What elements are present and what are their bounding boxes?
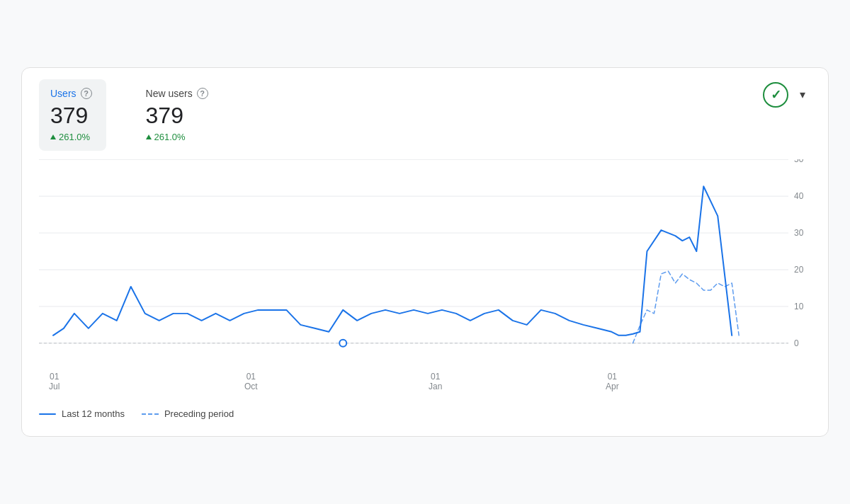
users-change-value: 261.0% (59, 132, 90, 142)
new-users-help-icon[interactable]: ? (197, 88, 208, 99)
solid-chart-line (53, 186, 732, 336)
legend-solid-label: Last 12 months (62, 408, 125, 419)
svg-text:30: 30 (794, 228, 804, 238)
legend-solid-item: Last 12 months (39, 408, 125, 419)
users-label: Users (50, 88, 76, 99)
x-month-apr: Apr (606, 382, 619, 391)
x-month-jul: Jul (49, 382, 60, 391)
x-day-jan: 01 (429, 372, 442, 382)
users-label-row: Users ? (50, 88, 92, 99)
legend-dashed-label: Preceding period (164, 408, 234, 419)
new-users-change: 261.0% (146, 132, 208, 142)
x-day-oct: 01 (244, 372, 258, 382)
new-users-label: New users (146, 88, 193, 99)
x-day-jul: 01 (49, 372, 60, 382)
check-icon: ✓ (771, 87, 781, 103)
svg-text:10: 10 (794, 302, 804, 311)
chart-legend: Last 12 months Preceding period (22, 397, 828, 419)
metrics-row: Users ? 379 261.0% New users ? 379 261.0… (22, 68, 828, 159)
x-label-oct: 01 Oct (244, 372, 258, 391)
users-value: 379 (50, 102, 92, 129)
new-users-metric[interactable]: New users ? 379 261.0% (135, 79, 222, 151)
users-metric[interactable]: Users ? 379 261.0% (39, 79, 106, 151)
top-controls: ✓ ▾ (763, 82, 814, 108)
dropdown-button[interactable]: ▾ (791, 82, 814, 108)
x-month-jan: Jan (429, 382, 442, 391)
svg-text:40: 40 (794, 191, 804, 201)
new-users-label-row: New users ? (146, 88, 208, 99)
x-label-jul: 01 Jul (49, 372, 60, 391)
zero-marker (339, 340, 346, 347)
legend-dashed-item: Preceding period (142, 408, 234, 419)
x-label-jan: 01 Jan (429, 372, 442, 391)
users-up-arrow (50, 134, 56, 139)
legend-solid-line (39, 413, 56, 415)
new-users-value: 379 (146, 102, 208, 129)
x-month-oct: Oct (244, 382, 258, 391)
x-day-apr: 01 (606, 372, 619, 382)
svg-text:50: 50 (794, 159, 804, 164)
users-change: 261.0% (50, 132, 92, 142)
chevron-down-icon: ▾ (800, 88, 805, 101)
chart-area: 50 40 30 20 10 0 01 Jul 01 (22, 159, 828, 397)
users-help-icon[interactable]: ? (81, 88, 92, 99)
x-label-apr: 01 Apr (606, 372, 619, 391)
new-users-up-arrow (146, 134, 152, 139)
analytics-card: ✓ ▾ Users ? 379 261.0% New users ? 379 (21, 67, 829, 437)
main-chart: 50 40 30 20 10 0 (39, 159, 811, 372)
svg-text:0: 0 (794, 338, 799, 348)
check-button[interactable]: ✓ (763, 82, 788, 108)
svg-text:20: 20 (794, 265, 804, 275)
dashed-chart-line (633, 271, 739, 343)
legend-dashed-line (142, 413, 159, 415)
new-users-change-value: 261.0% (154, 132, 186, 142)
